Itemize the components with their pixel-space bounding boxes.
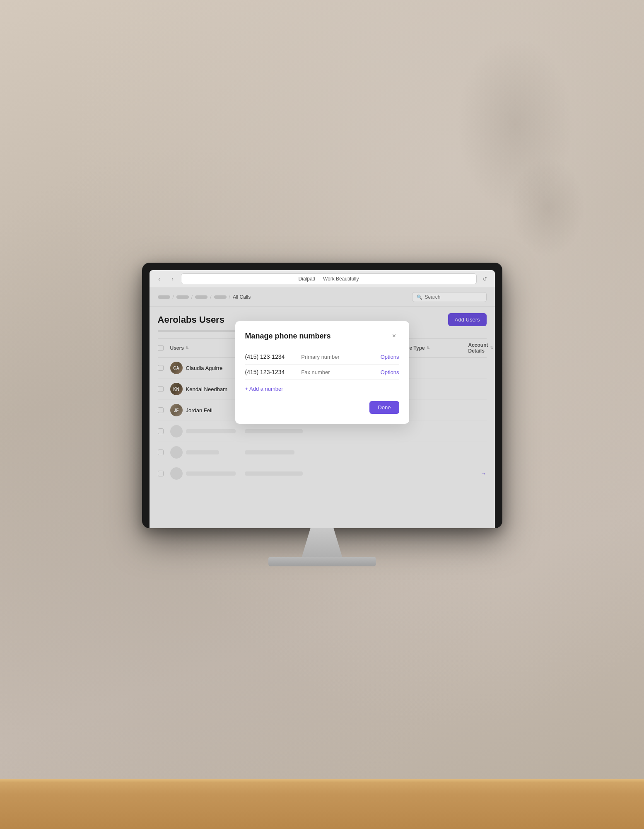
modal-footer: Done: [245, 401, 399, 414]
modal-close-button[interactable]: ×: [389, 331, 399, 341]
stand-base: [268, 557, 376, 566]
back-button[interactable]: ‹: [154, 274, 164, 284]
modal-title: Manage phone numbers: [245, 332, 331, 341]
monitor-stand: [268, 528, 376, 566]
modal-header: Manage phone numbers ×: [245, 331, 399, 341]
manage-phone-modal: Manage phone numbers × (415) 123-1234 Pr…: [235, 321, 409, 424]
desk: [0, 779, 644, 829]
phone-entry-2: (415) 123-1234 Fax number Options: [245, 365, 399, 380]
monitor: ‹ › Dialpad — Work Beautifully ↺ / / / /: [142, 263, 502, 528]
phone-number-1: (415) 123-1234: [245, 353, 285, 360]
browser-chrome: ‹ › Dialpad — Work Beautifully ↺: [150, 270, 495, 288]
phone-type-fax: Fax number: [301, 369, 380, 375]
options-link-2[interactable]: Options: [381, 369, 399, 375]
phone-number-2: (415) 123-1234: [245, 369, 285, 375]
done-button[interactable]: Done: [369, 401, 399, 414]
add-number-button[interactable]: + Add a number: [245, 380, 283, 398]
phone-type-primary: Primary number: [301, 354, 380, 360]
modal-overlay: Manage phone numbers × (415) 123-1234 Pr…: [150, 288, 495, 528]
options-link-1[interactable]: Options: [381, 354, 399, 360]
reload-button[interactable]: ↺: [480, 274, 490, 284]
forward-button[interactable]: ›: [168, 274, 178, 284]
stand-neck: [293, 528, 351, 557]
screen-content: / / / / All Calls 🔍 Aerolabs Users Add U: [150, 288, 495, 528]
address-bar[interactable]: Dialpad — Work Beautifully: [181, 273, 477, 284]
phone-entry-1: (415) 123-1234 Primary number Options: [245, 349, 399, 365]
